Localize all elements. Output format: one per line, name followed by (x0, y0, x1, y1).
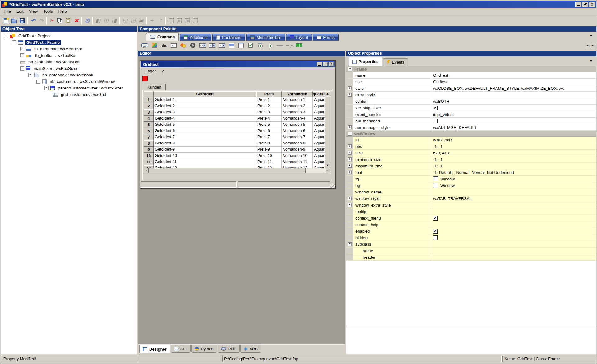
property-section-header[interactable]: Frame (346, 66, 596, 72)
border-left-button[interactable] (121, 17, 129, 25)
grid-column-header[interactable]: Gefordert (154, 91, 256, 97)
tree-node[interactable]: GridTest : Project (1, 33, 137, 39)
grid-cell[interactable]: Preis-6 (256, 128, 282, 134)
new-button[interactable] (2, 17, 10, 25)
grid-cell[interactable]: Aquariur (313, 134, 325, 140)
cut-button[interactable] (48, 17, 56, 25)
grid-cell[interactable]: Gefordert-4 (154, 116, 256, 122)
collapse-icon[interactable] (20, 66, 24, 71)
grid-cell[interactable]: Gefordert-8 (154, 140, 256, 147)
grid-cell[interactable]: Gefordert-5 (154, 122, 256, 128)
property-value[interactable]: wxTAB_TRAVERSAL (431, 195, 596, 202)
grid-cell[interactable]: Preis-1 (256, 97, 282, 103)
property-value[interactable] (431, 241, 596, 247)
checkbox-checked-icon[interactable] (433, 106, 438, 110)
combo-box-widget-button[interactable] (199, 42, 206, 49)
restore-button[interactable] (582, 2, 588, 7)
titlebar[interactable]: *GridTest - wxFormBuilder v3.3 - beta (1, 1, 596, 8)
grid-cell[interactable]: Aquariur (313, 147, 325, 153)
grid-cell[interactable]: Gefordert-2 (154, 103, 256, 109)
minimize-button[interactable] (575, 2, 581, 7)
tree-node[interactable]: nb_notebook : wxNotebook (1, 72, 137, 78)
grid-cell[interactable]: Preis-3 (256, 109, 282, 116)
static-line-widget-button[interactable] (276, 42, 283, 49)
property-value[interactable] (431, 248, 596, 254)
scrollbar-track[interactable] (306, 168, 325, 173)
scroll-down-icon[interactable] (325, 163, 330, 168)
preview-notebook-tab-kunden[interactable]: Kunden (143, 84, 166, 90)
expand-icon[interactable] (348, 171, 352, 174)
property-value[interactable] (431, 92, 596, 98)
grid-cell[interactable]: Vorhanden-9 (282, 147, 313, 153)
preview-menu-lager[interactable]: Lager (143, 68, 159, 74)
collapse-icon[interactable] (12, 40, 16, 44)
grid-cell[interactable]: Aquariur (313, 109, 325, 116)
property-value[interactable] (431, 202, 596, 208)
property-value[interactable]: Window (431, 176, 596, 182)
code-tab-xrc[interactable]: XRC (240, 345, 261, 353)
palette-overflow-dropdown[interactable] (589, 34, 593, 38)
tree-node[interactable]: GridTest : Frame (1, 39, 137, 46)
property-value[interactable]: GridTest (431, 72, 596, 78)
grid-column-header[interactable]: Vorhanden (282, 91, 313, 97)
grid-cell[interactable]: Vorhanden-2 (282, 103, 313, 109)
menu-edit[interactable]: Edit (14, 8, 26, 15)
grid-cell[interactable]: Preis-5 (256, 122, 282, 128)
expand-icon[interactable] (348, 164, 352, 168)
grid-cell[interactable]: Preis-11 (256, 159, 282, 165)
grid-cell[interactable]: Gefordert-6 (154, 128, 256, 134)
copy-button[interactable] (56, 17, 64, 25)
property-value[interactable] (431, 254, 596, 260)
palette-scroll-right-button[interactable] (590, 43, 595, 48)
radio-box-widget-button[interactable] (266, 42, 274, 49)
tree-node[interactable]: m_menubar : wxMenuBar (1, 46, 137, 52)
expand-icon[interactable] (348, 125, 352, 129)
menu-file[interactable]: File (2, 8, 14, 15)
grid-cell[interactable]: Vorhanden-1 (282, 97, 313, 103)
animation-widget-button[interactable] (189, 42, 197, 49)
save-button[interactable] (18, 17, 26, 25)
scroll-up-icon[interactable] (325, 91, 330, 96)
property-value[interactable]: impl_virtual (431, 111, 596, 117)
colour-swatch[interactable] (433, 183, 438, 188)
preview-tool-button[interactable] (142, 76, 148, 81)
palette-tab-menutoolbar[interactable]: Menu/Toolbar (246, 34, 285, 41)
grid-cell[interactable]: Vorhanden-4 (282, 116, 313, 122)
grid-cell[interactable]: Aquariur (313, 122, 325, 128)
collapse-icon[interactable] (348, 242, 352, 246)
property-value[interactable]: -1; -1 (431, 143, 596, 149)
colour-swatch[interactable] (433, 176, 438, 181)
property-value[interactable] (431, 221, 596, 228)
grid-cell[interactable]: Preis-2 (256, 103, 282, 109)
grid-cell[interactable]: Gefordert-9 (154, 147, 256, 153)
grid-cell[interactable]: Vorhanden-12 (282, 165, 313, 168)
menu-view[interactable]: View (26, 8, 40, 15)
property-value[interactable]: wxBOTH (431, 98, 596, 104)
menu-tools[interactable]: Tools (40, 8, 55, 15)
align-center-button[interactable] (102, 17, 110, 25)
stretch-button[interactable] (156, 17, 164, 25)
grid-cell[interactable]: Gefordert-12 (154, 165, 256, 168)
collapse-icon[interactable] (28, 73, 32, 77)
checkbox-unchecked-icon[interactable] (433, 235, 438, 240)
preview-frame[interactable]: Gridtest Lager? Kunden GefordertPreisVor… (140, 60, 336, 189)
grid-cell[interactable]: Aquariur (313, 159, 325, 165)
grid-cell[interactable]: Aquariur (313, 153, 325, 159)
collapse-icon[interactable] (44, 86, 49, 90)
grid-row-header[interactable]: 5 (144, 122, 154, 128)
preview-maximize-button[interactable] (323, 62, 328, 67)
property-value[interactable] (431, 189, 596, 195)
preview-close-button[interactable] (329, 62, 334, 67)
expand-icon[interactable] (20, 53, 24, 57)
grid-row-header[interactable]: 2 (144, 103, 154, 109)
grid-vertical-scrollbar[interactable] (325, 91, 330, 168)
scroll-right-icon[interactable] (325, 168, 330, 173)
close-button[interactable] (589, 2, 595, 7)
grid-row-header[interactable]: 4 (144, 116, 154, 122)
resize-grip-icon[interactable] (331, 184, 335, 188)
tree-node[interactable]: sb_statusbar : wxStatusBar (1, 59, 137, 65)
palette-tab-additional[interactable]: Additional (180, 34, 211, 41)
code-tab-python[interactable]: Python (191, 345, 217, 353)
grid-row-header[interactable]: 11 (144, 159, 154, 165)
grid-cell[interactable]: Preis-8 (256, 140, 282, 147)
